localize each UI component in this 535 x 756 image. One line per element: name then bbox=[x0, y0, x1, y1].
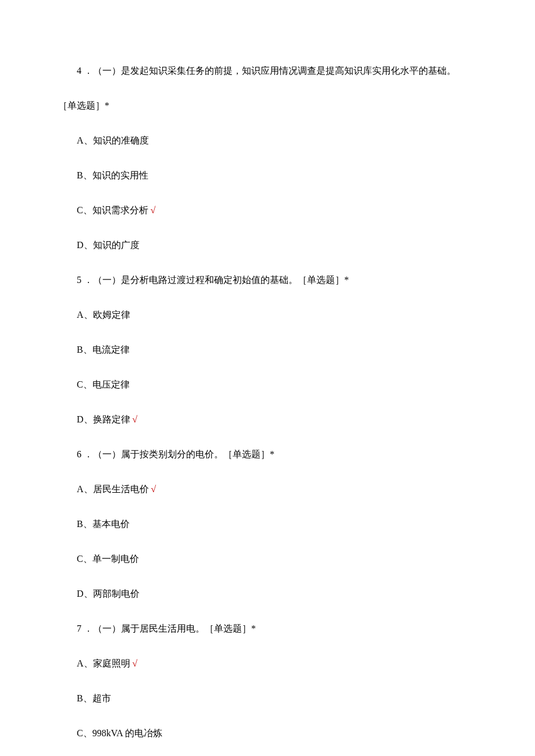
question-7-option-a-text: A、家庭照明 bbox=[77, 658, 130, 668]
question-7-option-a: A、家庭照明 √ bbox=[58, 657, 477, 671]
question-6-text: 6 ．（一）属于按类别划分的电价。［单选题］* bbox=[58, 447, 477, 461]
question-5-option-d: D、换路定律 √ bbox=[58, 413, 477, 427]
question-6-option-d: D、两部制电价 bbox=[58, 587, 477, 601]
question-7-option-b: B、超市 bbox=[58, 691, 477, 705]
question-4-option-a: A、知识的准确度 bbox=[58, 134, 477, 148]
question-5-option-a: A、欧姆定律 bbox=[58, 308, 477, 322]
question-6-option-a-text: A、居民生活电价 bbox=[77, 484, 149, 494]
question-5-option-d-text: D、换路定律 bbox=[77, 414, 130, 424]
question-4-option-d: D、知识的广度 bbox=[58, 238, 477, 252]
question-4: 4 ．（一）是发起知识采集任务的前提，知识应用情况调查是提高知识库实用化水平的基… bbox=[58, 64, 477, 252]
question-5-option-c: C、电压定律 bbox=[58, 378, 477, 392]
question-4-text-line2: ［单选题］* bbox=[58, 99, 477, 113]
question-4-text-line1: 4 ．（一）是发起知识采集任务的前提，知识应用情况调查是提高知识库实用化水平的基… bbox=[58, 64, 477, 78]
question-7-text: 7 ．（一）属于居民生活用电。［单选题］* bbox=[58, 622, 477, 636]
question-4-option-b: B、知识的实用性 bbox=[58, 169, 477, 182]
question-6-option-c: C、单一制电价 bbox=[58, 552, 477, 566]
question-6: 6 ．（一）属于按类别划分的电价。［单选题］* A、居民生活电价 √ B、基本电… bbox=[58, 447, 477, 601]
question-4-option-c: C、知识需求分析 √ bbox=[58, 203, 477, 217]
question-5-text: 5 ．（一）是分析电路过渡过程和确定初始值的基础。［单选题］* bbox=[58, 273, 477, 287]
correct-check-icon: √ bbox=[130, 414, 138, 424]
question-4-option-c-text: C、知识需求分析 bbox=[77, 205, 148, 215]
question-5-option-b: B、电流定律 bbox=[58, 343, 477, 357]
question-6-option-b: B、基本电价 bbox=[58, 517, 477, 531]
question-6-option-a: A、居民生活电价 √ bbox=[58, 482, 477, 496]
question-7: 7 ．（一）属于居民生活用电。［单选题］* A、家庭照明 √ B、超市 C、99… bbox=[58, 622, 477, 756]
question-7-option-c: C、998kVA 的电冶炼 bbox=[58, 726, 477, 740]
question-5: 5 ．（一）是分析电路过渡过程和确定初始值的基础。［单选题］* A、欧姆定律 B… bbox=[58, 273, 477, 427]
correct-check-icon: √ bbox=[148, 205, 156, 215]
correct-check-icon: √ bbox=[149, 484, 156, 494]
correct-check-icon: √ bbox=[130, 658, 138, 668]
